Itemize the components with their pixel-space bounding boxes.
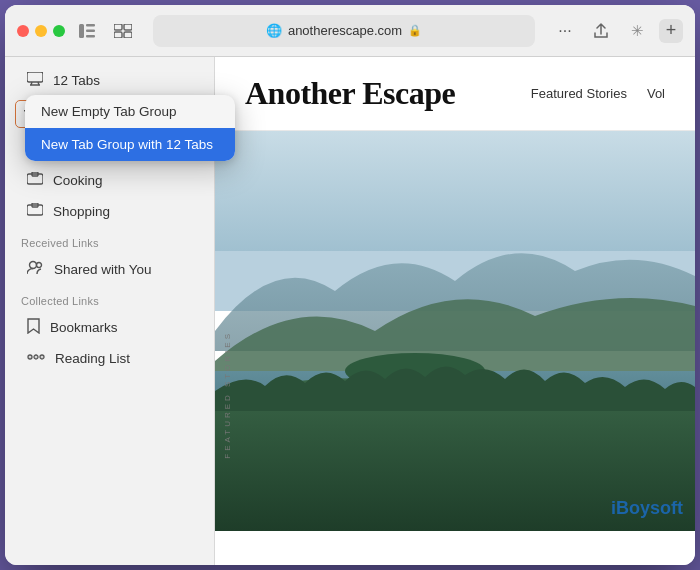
watermark-text: iBoysoft [611,498,683,518]
svg-rect-1 [86,24,95,27]
svg-point-23 [36,357,37,358]
fullscreen-button[interactable] [53,25,65,37]
sparkle-icon: ✳ [631,22,644,40]
monitor-icon [27,72,43,89]
close-button[interactable] [17,25,29,37]
share-button[interactable] [587,17,615,45]
sparkling-button[interactable]: ✳ [623,17,651,45]
reading-list-icon [27,351,45,366]
title-bar: 🌐 anotherescape.com 🔒 ··· ✳ + [5,5,695,57]
new-tab-button[interactable]: + [659,19,683,43]
address-bar[interactable]: 🌐 anotherescape.com 🔒 [153,15,535,47]
watermark: iBoysoft [611,498,683,519]
shopping-label: Shopping [53,204,110,219]
svg-rect-2 [86,29,95,32]
bookmarks-label: Bookmarks [50,320,118,335]
nav-featured-stories[interactable]: Featured Stories [531,86,627,101]
sidebar-item-reading-list[interactable]: Reading List [11,344,208,373]
ellipsis-icon: ··· [558,22,571,40]
tab-overview-icon [114,24,132,38]
sidebar: 12 Tabs Tab Groups Travel [5,57,215,565]
sidebar-item-shared[interactable]: Shared with You [11,253,208,285]
reading-list-label: Reading List [55,351,130,366]
collected-links-label: Collected Links [5,285,214,311]
plus-icon: + [666,20,677,41]
svg-rect-27 [215,131,695,251]
website-header: Another Escape Featured Stories Vol [215,57,695,131]
new-tab-group-with-tabs-item[interactable]: New Tab Group with 12 Tabs [25,128,235,161]
cooking-tab-icon [27,172,43,189]
received-links-label: Received Links [5,227,214,253]
hero-image: FEATURED STORIES iBoysoft [215,131,695,531]
sidebar-item-cooking[interactable]: Cooking [11,165,208,196]
more-options-button[interactable]: ··· [551,17,579,45]
minimize-button[interactable] [35,25,47,37]
svg-rect-6 [114,32,122,38]
svg-point-19 [37,263,42,268]
svg-rect-0 [79,24,84,38]
all-tabs-item[interactable]: 12 Tabs [11,65,208,96]
svg-rect-7 [124,32,132,38]
content-area: Another Escape Featured Stories Vol [215,57,695,565]
nav-vol[interactable]: Vol [647,86,665,101]
site-favicon: 🌐 [266,23,282,38]
sidebar-item-bookmarks[interactable]: Bookmarks [11,311,208,344]
tab-overview-button[interactable] [109,17,137,45]
tab-group-dropdown: New Empty Tab Group New Tab Group with 1… [25,95,235,161]
lock-icon: 🔒 [408,24,422,37]
shared-icon [27,260,44,278]
shared-with-you-label: Shared with You [54,262,152,277]
svg-rect-8 [27,72,43,82]
sidebar-icon [79,24,95,38]
svg-point-18 [30,262,37,269]
sidebar-item-shopping[interactable]: Shopping [11,196,208,227]
traffic-lights [17,25,65,37]
sidebar-toggle-button[interactable] [73,17,101,45]
rotated-text: FEATURED STORIES [223,331,232,459]
share-icon [594,23,608,39]
svg-rect-3 [86,35,95,38]
twelve-tabs-label: 12 Tabs [53,73,100,88]
new-empty-tab-group-item[interactable]: New Empty Tab Group [25,95,235,128]
svg-point-25 [42,357,43,358]
main-area: 12 Tabs Tab Groups Travel [5,57,695,565]
bookmark-icon [27,318,40,337]
site-title: Another Escape [245,75,531,112]
shopping-tab-icon [27,203,43,220]
svg-point-21 [30,357,31,358]
landscape-svg [215,131,695,531]
url-text: anotherescape.com [288,23,402,38]
site-nav: Featured Stories Vol [531,86,665,101]
svg-rect-4 [114,24,122,30]
svg-rect-5 [124,24,132,30]
cooking-label: Cooking [53,173,103,188]
browser-window: 🌐 anotherescape.com 🔒 ··· ✳ + [5,5,695,565]
